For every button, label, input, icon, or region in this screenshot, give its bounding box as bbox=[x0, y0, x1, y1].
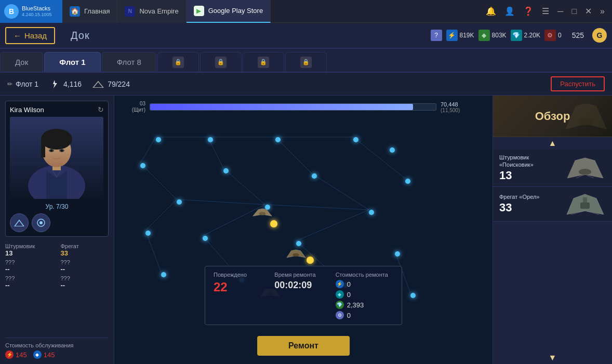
resource-crystal: 💎 2.20K bbox=[511, 30, 540, 41]
svg-line-28 bbox=[353, 137, 405, 179]
ship-entry-2[interactable]: Фрегат «Орел» 33 bbox=[493, 187, 612, 222]
edit-icon[interactable]: ✏ bbox=[7, 80, 12, 88]
ship2-image bbox=[564, 191, 606, 217]
tab-dok[interactable]: Док bbox=[0, 52, 43, 72]
shield-values: 70,448 (11,500) bbox=[441, 101, 482, 113]
back-arrow-icon: ← bbox=[14, 31, 21, 40]
repair-button[interactable]: Ремонт bbox=[257, 336, 350, 356]
fleet-dot-7 bbox=[223, 168, 229, 173]
ship2-name: Фрегат «Орел» bbox=[499, 193, 560, 200]
minimize-icon[interactable]: ─ bbox=[557, 7, 563, 16]
tab-nova[interactable]: N Nova Empire bbox=[117, 0, 186, 23]
maximize-icon[interactable]: □ bbox=[571, 7, 577, 16]
scroll-up-arrow[interactable]: ▲ bbox=[493, 137, 612, 150]
shield-max: (11,500) bbox=[441, 107, 482, 113]
cost-ore-icon: 💎 bbox=[336, 301, 344, 309]
fleet-power-section: 4,116 bbox=[49, 78, 82, 90]
svg-line-34 bbox=[296, 210, 369, 241]
fleet-dot-1 bbox=[156, 137, 161, 142]
svg-line-29 bbox=[140, 163, 177, 199]
ability-target-icon[interactable] bbox=[32, 213, 50, 232]
bluestacks-version: 4.240.15.1005 bbox=[22, 12, 52, 18]
close-icon[interactable]: ✕ bbox=[585, 6, 592, 16]
tab-lock3: 🔒 bbox=[243, 52, 284, 72]
commander-silhouette bbox=[10, 118, 103, 199]
notification-icon[interactable]: 🔔 bbox=[486, 6, 496, 16]
repair-cost-gear: ⚙ 0 bbox=[336, 311, 393, 319]
ability-ship-icon[interactable] bbox=[10, 213, 29, 232]
fleet-slots-value: 79/224 bbox=[108, 80, 130, 88]
tab-gplay[interactable]: ▶ Google Play Store bbox=[187, 0, 271, 23]
gplay-tab-icon: ▶ bbox=[194, 6, 204, 16]
tab-lock4: 🔒 bbox=[285, 52, 327, 72]
ship1-name: Штурмовик «Поисковик» bbox=[499, 154, 560, 169]
fleet-dot-17 bbox=[161, 272, 166, 277]
refresh-icon[interactable]: ↻ bbox=[98, 105, 104, 114]
maint-ore-icon: ◆ bbox=[33, 350, 42, 359]
svg-marker-12 bbox=[15, 220, 24, 226]
ship-count-2: 33 bbox=[61, 249, 109, 257]
tab-fleet1[interactable]: Флот 1 bbox=[44, 52, 100, 72]
tab-fleet8[interactable]: Флот 8 bbox=[102, 52, 156, 72]
tab-gplay-label: Google Play Store bbox=[208, 7, 263, 15]
resource-bar: ? ⚡ 819K ◆ 803K 💎 2.20K ⚙ 0 bbox=[431, 30, 562, 41]
overview-title: Обзор bbox=[535, 110, 570, 123]
main-content: Kira Wilson ↻ bbox=[0, 96, 612, 364]
svg-point-44 bbox=[579, 169, 591, 175]
bluestacks-logo[interactable]: B BlueStacks 4.240.15.1005 bbox=[0, 0, 62, 23]
ship-svg-2 bbox=[286, 249, 307, 259]
tab-nova-label: Nova Empire bbox=[139, 7, 178, 15]
repair-popup: Повреждено 22 Время ремонта 00:02:09 Сто… bbox=[205, 266, 402, 325]
stat-unk3: ??? bbox=[5, 275, 54, 281]
ship-stats: Штурмовик 13 Фрегат 33 ??? -- ??? -- ???… bbox=[5, 241, 109, 291]
back-button[interactable]: ← Назад bbox=[5, 27, 55, 44]
ship2-count: 33 bbox=[499, 201, 560, 214]
svg-line-32 bbox=[145, 199, 177, 231]
lock-icon-4: 🔒 bbox=[300, 57, 312, 68]
fleet-dot-15 bbox=[296, 241, 301, 246]
svg-rect-48 bbox=[580, 203, 590, 209]
fleet-info-bar: ✏ Флот 1 4,116 79/224 Распустить bbox=[0, 73, 612, 96]
repair-btn-label: Ремонт bbox=[288, 341, 318, 350]
commander-avatar bbox=[10, 117, 103, 200]
help-icon[interactable]: ❓ bbox=[523, 6, 534, 16]
scroll-down-arrow[interactable]: ▼ bbox=[493, 352, 612, 364]
stat-unk4: ??? bbox=[61, 275, 109, 281]
stat-val4: -- bbox=[61, 281, 109, 289]
fleet-dot-3 bbox=[275, 137, 281, 142]
more-icon[interactable]: » bbox=[600, 7, 605, 16]
top-bar: B BlueStacks 4.240.15.1005 🏠 Главная N N… bbox=[0, 0, 612, 23]
fleet-slots-section: 79/224 bbox=[92, 80, 130, 88]
cost-gear-icon: ⚙ bbox=[336, 311, 344, 319]
svg-rect-51 bbox=[583, 197, 587, 203]
repair-time-label: Время ремонта bbox=[274, 272, 332, 278]
fleet-dot-2 bbox=[208, 137, 213, 142]
ship-svg-1 bbox=[252, 207, 273, 218]
shield-current: 70,448 bbox=[441, 101, 482, 107]
repair-cost-label: Стоимость ремонта bbox=[336, 272, 393, 278]
dissolve-label: Распустить bbox=[560, 80, 595, 88]
tab-bar: Док Флот 1 Флот 8 🔒 🔒 🔒 🔒 bbox=[0, 49, 612, 73]
tab-home-label: Главная bbox=[84, 7, 110, 15]
ship1-image bbox=[564, 155, 606, 181]
repair-cost-crystal: ◆ 0 bbox=[336, 290, 393, 299]
maint-value-2: 145 bbox=[44, 351, 55, 359]
repair-costs: ⚡ 0 ◆ 0 💎 2,393 bbox=[336, 280, 393, 319]
maintenance-costs: ⚡ 145 ◆ 145 bbox=[5, 350, 109, 359]
dissolve-button[interactable]: Распустить bbox=[551, 76, 605, 91]
fleet-dot-13 bbox=[145, 231, 151, 236]
right-panel: Обзор ▲ Штурмовик «Поисковик» 13 Фрегат … bbox=[493, 96, 612, 364]
damaged-label: Повреждено bbox=[214, 272, 271, 278]
fleet-dot-8 bbox=[312, 173, 317, 179]
account-icon[interactable]: 👤 bbox=[504, 6, 515, 16]
resource-gear: ⚙ 0 bbox=[544, 30, 562, 41]
fleet-dot-16 bbox=[395, 251, 400, 257]
svg-marker-43 bbox=[567, 158, 603, 178]
ship-slots-icon bbox=[92, 80, 104, 88]
fleet-dot-10 bbox=[177, 199, 182, 205]
gold-currency-icon[interactable]: G bbox=[592, 28, 607, 43]
lightning-value: 819K bbox=[460, 32, 474, 39]
menu-icon[interactable]: ☰ bbox=[542, 6, 549, 16]
ship-entry-1[interactable]: Штурмовик «Поисковик» 13 bbox=[493, 150, 612, 187]
tab-home[interactable]: 🏠 Главная bbox=[62, 0, 117, 23]
